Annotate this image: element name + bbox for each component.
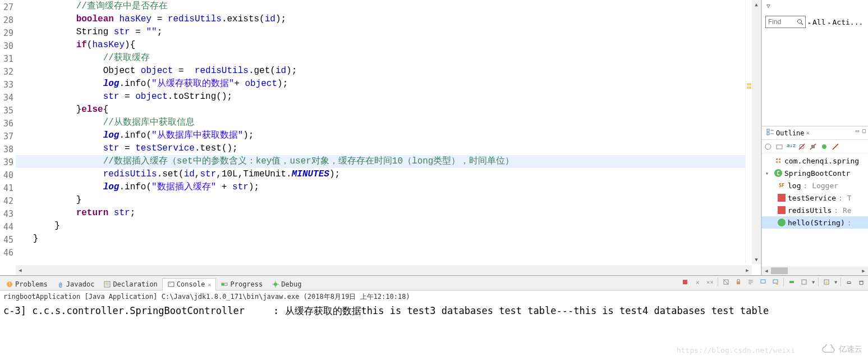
scroll-thumb[interactable] bbox=[771, 267, 788, 274]
display-console-icon[interactable] bbox=[771, 278, 780, 287]
scroll-left-arrow[interactable]: ◀ bbox=[16, 266, 25, 275]
hide-nonpublic-icon[interactable] bbox=[820, 143, 828, 151]
find-panel: ▽ All Acti... bbox=[762, 0, 868, 126]
hide-fields-icon[interactable] bbox=[798, 143, 806, 151]
dropdown-arrow-icon[interactable]: ▼ bbox=[812, 280, 815, 285]
pin-console-icon[interactable] bbox=[759, 278, 768, 287]
horizontal-scrollbar[interactable]: ◀ ▶ bbox=[16, 265, 752, 275]
minimize-icon[interactable]: ▭ bbox=[856, 128, 859, 134]
overview-ruler[interactable] bbox=[745, 0, 752, 264]
svg-point-10 bbox=[822, 144, 826, 149]
outline-icon bbox=[766, 128, 774, 138]
hide-local-icon[interactable] bbox=[832, 143, 839, 151]
focus-icon[interactable] bbox=[764, 143, 772, 151]
scroll-up-arrow[interactable]: ▲ bbox=[752, 0, 761, 9]
scroll-down-arrow[interactable]: ▼ bbox=[752, 255, 761, 264]
collapse-all-icon[interactable] bbox=[775, 143, 783, 151]
declaration-icon bbox=[103, 280, 111, 288]
tab-console[interactable]: Console ✕ bbox=[162, 278, 217, 290]
tab-debug[interactable]: Debug bbox=[267, 279, 306, 290]
tree-label: com.chenqi.spring bbox=[784, 157, 859, 165]
console-launch-title: ringbootApplication [Java Application] C… bbox=[0, 290, 868, 303]
find-input[interactable] bbox=[765, 16, 806, 28]
tree-method-row[interactable]: hello(String) : bbox=[762, 216, 868, 229]
console-toolbar: ✕ ⨯⨯ ▼ + ▼ ▭ □ bbox=[681, 278, 866, 287]
new-console-icon[interactable]: + bbox=[822, 278, 831, 287]
static-field-icon: SF bbox=[778, 181, 786, 189]
tree-field-row[interactable]: testService : T bbox=[762, 192, 868, 204]
scroll-lock-icon[interactable] bbox=[734, 278, 743, 287]
svg-rect-12 bbox=[776, 158, 778, 160]
clear-console-icon[interactable] bbox=[722, 278, 731, 287]
console-output[interactable]: c-3] c.c.s.controller.SpringBootControll… bbox=[0, 303, 868, 319]
svg-rect-24 bbox=[222, 283, 224, 285]
close-icon[interactable]: ✕ bbox=[208, 281, 211, 288]
svg-rect-40 bbox=[789, 281, 794, 283]
tree-label: redisUtils bbox=[788, 206, 832, 215]
open-console-icon[interactable] bbox=[800, 278, 809, 287]
tree-package-row[interactable]: com.chenqi.spring bbox=[762, 154, 868, 167]
show-console-icon[interactable] bbox=[787, 278, 796, 287]
bottom-tabs-bar: ! Problems @ Javadoc Declaration Console… bbox=[0, 276, 868, 290]
find-activate-link[interactable]: Acti... bbox=[828, 18, 864, 26]
field-icon bbox=[778, 206, 786, 214]
tab-problems[interactable]: ! Problems bbox=[1, 279, 52, 290]
outline-tree[interactable]: com.chenqi.spring ▾ C SpringBootContr SF… bbox=[762, 153, 868, 230]
svg-rect-41 bbox=[802, 280, 806, 284]
svg-rect-9 bbox=[811, 145, 815, 148]
terminate-icon[interactable] bbox=[681, 278, 690, 287]
find-all-link[interactable]: All bbox=[808, 18, 826, 26]
remove-all-icon[interactable]: ⨯⨯ bbox=[705, 278, 714, 287]
svg-rect-14 bbox=[776, 161, 778, 163]
remove-launch-icon[interactable]: ✕ bbox=[693, 278, 702, 287]
warning-marker[interactable] bbox=[747, 87, 751, 89]
tree-label: SpringBootContr bbox=[784, 169, 850, 178]
tab-label: Javadoc bbox=[66, 280, 95, 288]
svg-line-32 bbox=[724, 280, 728, 284]
line-number-gutter: 27 28 29 30 31 32 33 34 35 36 37 38 39 4… bbox=[0, 0, 16, 275]
tab-declaration[interactable]: Declaration bbox=[99, 279, 162, 290]
problems-icon: ! bbox=[6, 280, 13, 288]
svg-rect-5 bbox=[777, 145, 782, 149]
expand-icon[interactable]: ▾ bbox=[765, 170, 772, 176]
svg-rect-0 bbox=[767, 129, 769, 131]
collapse-icon[interactable]: ▽ bbox=[766, 2, 770, 10]
warning-marker[interactable] bbox=[747, 83, 751, 85]
vertical-scrollbar[interactable]: ▲ ▼ bbox=[752, 0, 761, 264]
field-icon bbox=[778, 194, 786, 202]
word-wrap-icon[interactable] bbox=[746, 278, 755, 287]
tree-field-row[interactable]: SF log : Logger bbox=[762, 179, 868, 192]
sort-icon[interactable]: a↓z bbox=[787, 143, 794, 151]
scroll-right-arrow[interactable]: ▶ bbox=[859, 266, 868, 275]
close-icon[interactable]: ✕ bbox=[806, 129, 810, 137]
scroll-left-arrow[interactable]: ◀ bbox=[762, 266, 771, 275]
tab-javadoc[interactable]: @ Javadoc bbox=[52, 279, 99, 290]
minimize-icon[interactable]: ▭ bbox=[844, 278, 853, 287]
class-icon: C bbox=[774, 169, 782, 177]
tab-label: Debug bbox=[281, 280, 301, 288]
svg-text:+: + bbox=[825, 279, 828, 285]
maximize-icon[interactable]: □ bbox=[862, 128, 866, 134]
svg-point-39 bbox=[776, 283, 778, 285]
code-editor[interactable]: 27 28 29 30 31 32 33 34 35 36 37 38 39 4… bbox=[0, 0, 761, 275]
outline-horizontal-scrollbar[interactable]: ◀ ▶ bbox=[762, 266, 868, 275]
tab-label: Declaration bbox=[113, 280, 157, 288]
scroll-right-arrow[interactable]: ▶ bbox=[743, 266, 752, 275]
svg-rect-15 bbox=[779, 161, 780, 163]
progress-icon bbox=[221, 280, 228, 288]
tab-label: Console bbox=[177, 280, 205, 288]
dropdown-arrow-icon[interactable]: ▼ bbox=[834, 280, 837, 285]
tab-progress[interactable]: Progress bbox=[216, 279, 267, 290]
code-content[interactable]: //查询缓存中是否存在 boolean hasKey = redisUtils.… bbox=[16, 0, 761, 275]
svg-rect-37 bbox=[761, 280, 765, 283]
hide-static-icon[interactable] bbox=[809, 143, 817, 151]
javadoc-icon: @ bbox=[57, 280, 65, 288]
svg-rect-1 bbox=[767, 133, 769, 135]
maximize-icon[interactable]: □ bbox=[857, 278, 866, 287]
outline-panel: ▭ □ Outline ✕ a↓z bbox=[762, 126, 868, 275]
tree-field-row[interactable]: redisUtils : Re bbox=[762, 204, 868, 216]
tree-class-row[interactable]: ▾ C SpringBootContr bbox=[762, 167, 868, 179]
tree-label: testService bbox=[788, 194, 836, 202]
outline-tab-label: Outline bbox=[776, 129, 805, 137]
outline-tab[interactable]: Outline ✕ bbox=[764, 127, 812, 139]
